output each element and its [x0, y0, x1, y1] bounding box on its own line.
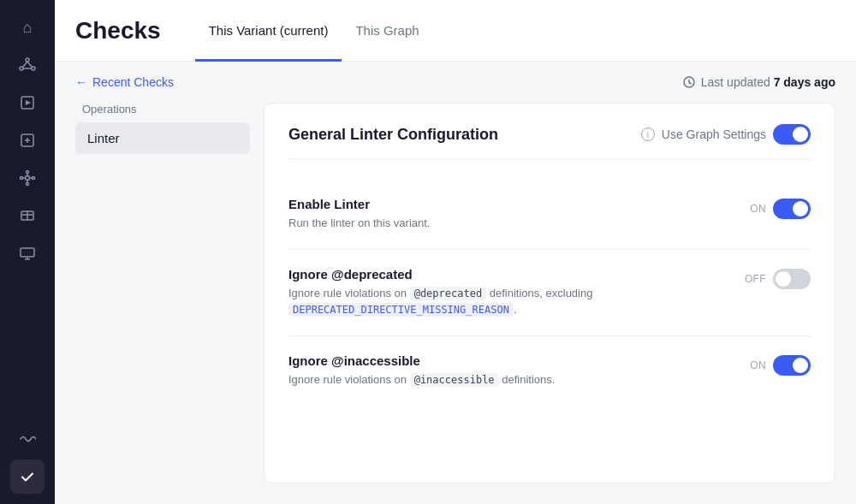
- main-content: Checks This Variant (current) This Graph…: [55, 0, 856, 504]
- use-graph-settings-toggle[interactable]: [773, 124, 811, 145]
- page-title: Checks: [75, 17, 161, 44]
- play-icon[interactable]: [10, 86, 45, 120]
- setting-ignore-inaccessible: Ignore @inaccessible Ignore rule violati…: [288, 336, 811, 406]
- svg-point-15: [33, 177, 35, 180]
- svg-line-3: [23, 62, 28, 68]
- use-graph-settings: i Use Graph Settings: [641, 124, 811, 145]
- svg-point-0: [26, 58, 29, 62]
- config-header: General Linter Configuration i Use Graph…: [288, 124, 811, 159]
- setting-name-ignore-deprecated: Ignore @deprecated: [288, 267, 731, 282]
- tab-this-graph[interactable]: This Graph: [342, 1, 432, 62]
- svg-rect-23: [21, 248, 34, 257]
- monitor-icon[interactable]: [10, 236, 45, 270]
- page-header: Checks This Variant (current) This Graph: [55, 0, 856, 62]
- svg-point-13: [27, 183, 29, 186]
- ignore-inaccessible-toggle[interactable]: [773, 355, 811, 376]
- tab-this-variant[interactable]: This Variant (current): [195, 1, 342, 62]
- clock-icon: [682, 75, 696, 89]
- recent-checks-link[interactable]: ← Recent Checks: [75, 75, 174, 89]
- setting-control-ignore-inaccessible: ON: [750, 353, 811, 376]
- wave-icon[interactable]: [10, 422, 45, 456]
- enable-linter-toggle[interactable]: [773, 199, 811, 219]
- setting-name-enable-linter: Enable Linter: [288, 197, 736, 211]
- setting-control-ignore-deprecated: OFF: [745, 267, 811, 289]
- content-area: ← Recent Checks Last updated 7 days ago …: [55, 62, 856, 504]
- table-icon[interactable]: [10, 199, 45, 233]
- svg-point-14: [21, 177, 23, 180]
- setting-desc-ignore-inaccessible: Ignore rule violations on @inaccessible …: [288, 371, 736, 388]
- ignore-deprecated-toggle[interactable]: [773, 269, 811, 289]
- graph-icon[interactable]: [10, 48, 45, 82]
- svg-point-12: [27, 171, 29, 174]
- setting-desc-ignore-deprecated: Ignore rule violations on @deprecated de…: [288, 285, 731, 318]
- setting-control-enable-linter: ON: [750, 197, 811, 219]
- setting-desc-enable-linter: Run the linter on this variant.: [288, 215, 736, 232]
- enable-linter-status: ON: [750, 203, 766, 215]
- home-icon[interactable]: ⌂: [10, 10, 45, 44]
- nav-item-linter[interactable]: Linter: [75, 122, 250, 154]
- svg-marker-7: [26, 100, 31, 105]
- plus-square-icon[interactable]: [10, 123, 45, 157]
- tab-bar: This Variant (current) This Graph: [195, 0, 433, 61]
- sidebar: ⌂: [0, 0, 55, 504]
- arrow-left-icon: ←: [75, 75, 87, 89]
- config-title: General Linter Configuration: [288, 126, 498, 144]
- setting-ignore-deprecated: Ignore @deprecated Ignore rule violation…: [288, 250, 811, 336]
- last-updated: Last updated 7 days ago: [682, 75, 835, 89]
- svg-point-11: [26, 176, 30, 181]
- hub-icon[interactable]: [10, 161, 45, 195]
- check-icon[interactable]: [10, 460, 45, 494]
- setting-name-ignore-inaccessible: Ignore @inaccessible: [288, 353, 736, 368]
- svg-point-1: [20, 67, 23, 70]
- right-panel: General Linter Configuration i Use Graph…: [264, 103, 835, 483]
- ignore-deprecated-status: OFF: [745, 273, 766, 285]
- setting-enable-linter: Enable Linter Run the linter on this var…: [288, 180, 811, 250]
- deprecated-directive-link[interactable]: DEPRECATED_DIRECTIVE_MISSING_REASON: [288, 303, 514, 317]
- ignore-inaccessible-status: ON: [750, 359, 766, 371]
- section-label: Operations: [75, 103, 250, 116]
- use-graph-settings-label: Use Graph Settings: [662, 127, 766, 141]
- two-column-layout: Operations Linter General Linter Configu…: [55, 103, 856, 504]
- breadcrumb-bar: ← Recent Checks Last updated 7 days ago: [55, 62, 856, 103]
- svg-point-2: [32, 67, 35, 70]
- svg-line-4: [27, 62, 33, 68]
- left-panel: Operations Linter: [75, 103, 264, 483]
- info-icon[interactable]: i: [641, 127, 655, 141]
- breadcrumb-label: Recent Checks: [92, 75, 174, 89]
